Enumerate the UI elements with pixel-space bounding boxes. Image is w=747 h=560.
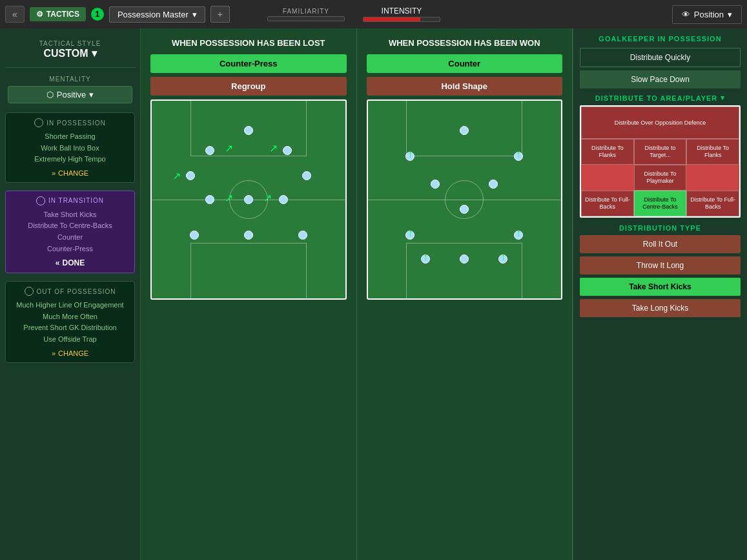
main-layout: TACTICAL STYLE CUSTOM ▾ MENTALITY ⬡ Posi… [0, 28, 747, 560]
shield-icon: ⬡ [46, 90, 54, 99]
player-lost-11 [298, 231, 307, 240]
tactics-label: TACTICS [46, 10, 79, 19]
oop-circle-icon [25, 287, 34, 296]
take-long-kicks-button[interactable]: Take Long Kicks [580, 299, 741, 317]
player-lost-9 [190, 231, 199, 240]
distribute-area-title: DISTRIBUTE TO AREA/PLAYER ▾ [580, 94, 741, 102]
roll-it-out-button[interactable]: Roll It Out [580, 235, 741, 253]
right-panel: GOALKEEPER IN POSSESSION Distribute Quic… [573, 28, 747, 560]
out-of-possession-title: OUT OF POSSESSION [11, 287, 129, 296]
mentality-dropdown-icon: ▾ [89, 90, 94, 99]
goalkeeper-title: GOALKEEPER IN POSSESSION [580, 35, 741, 43]
arrow-lost-2: ↗ [269, 142, 278, 154]
tactical-style-label: TACTICAL STYLE [8, 40, 132, 47]
topbar: « ⚙ TACTICS 1 Possession Master ▾ + FAMI… [0, 0, 747, 28]
add-tactic-button[interactable]: + [210, 6, 230, 23]
dist-row-2b: Distribute To Playmaker [581, 165, 739, 191]
oop-item-4: Use Offside Trap [11, 334, 129, 346]
player-won-6 [460, 205, 469, 214]
arrow-lost-4: ↗ [225, 191, 233, 203]
pitch-box-bottom-lost [190, 243, 307, 298]
intensity-bar [363, 17, 440, 22]
possession-circle-icon [34, 118, 43, 127]
dist-cell-mid-left[interactable]: Distribute To Flanks [581, 139, 634, 165]
in-transition-block: IN TRANSITION Take Short Kicks Distribut… [5, 191, 135, 273]
dist-cell-mid-center-top[interactable]: Distribute to Target... [634, 139, 687, 165]
distribution-type-title: DISTRIBUTION TYPE [580, 224, 741, 232]
intensity-label: INTENSITY [382, 6, 422, 16]
pitch-won: ↑ ↑ ↑ ↑ ↑ ↑ [367, 99, 563, 300]
player-won-5 [489, 180, 498, 189]
chevron-right-icon: » [52, 169, 56, 177]
tactic-name[interactable]: Possession Master ▾ [109, 6, 205, 23]
player-lost-10 [244, 231, 253, 240]
mentality-select[interactable]: ⬡ Positive ▾ [8, 86, 132, 103]
player-won-10 [460, 254, 469, 264]
dist-cell-mid-right[interactable]: Distribute To Flanks [686, 139, 739, 165]
dist-cell-bot-right[interactable]: Distribute To Full-Backs [686, 191, 739, 216]
player-lost-8 [279, 195, 288, 204]
tactical-style-value[interactable]: CUSTOM ▾ [8, 47, 132, 59]
player-lost-2 [205, 146, 214, 155]
eye-icon: 👁 [682, 10, 690, 19]
player-lost-4 [186, 171, 195, 180]
player-lost-7 [244, 195, 253, 204]
out-of-possession-block: OUT OF POSSESSION Much Higher Line Of En… [5, 281, 135, 362]
arrow-lost-3: ↗ [172, 170, 181, 182]
tactics-icon-label: ⚙ TACTICS [30, 7, 86, 21]
dist-cell-bot-left[interactable]: Distribute To Full-Backs [581, 191, 634, 216]
pitch-lost: ↗ ↗ ↗ ↗ ↗ [150, 99, 347, 300]
mentality-section: MENTALITY ⬡ Positive ▾ [0, 70, 140, 109]
arrow-won-3: ↑ [407, 227, 413, 239]
arrow-won-2: ↑ [516, 149, 521, 160]
player-won-1 [460, 126, 469, 135]
in-transition-done-button[interactable]: « DONE [11, 258, 129, 267]
position-dropdown-icon: ▾ [728, 10, 732, 19]
in-transition-item-4: Counter-Press [11, 244, 129, 255]
arrow-lost-5: ↗ [263, 191, 272, 203]
sidebar: TACTICAL STYLE CUSTOM ▾ MENTALITY ⬡ Posi… [0, 28, 141, 560]
dropdown-icon: ▾ [192, 10, 197, 19]
counter-button[interactable]: Counter [367, 54, 563, 73]
dist-cell-bot-center[interactable]: Distribute To Centre-Backs [634, 191, 687, 216]
chevron-left-icon: « [56, 258, 60, 267]
arrow-won-1: ↑ [407, 149, 413, 160]
panels-row: WHEN POSSESSION HAS BEEN LOST Counter-Pr… [141, 28, 747, 560]
dist-row-1: Distribute Over Opposition Defence [581, 107, 739, 139]
arrow-won-5: ↑ [423, 251, 428, 263]
intensity-container: INTENSITY [363, 6, 440, 22]
throw-it-long-button[interactable]: Throw It Long [580, 256, 741, 275]
take-short-kicks-button[interactable]: Take Short Kicks [580, 278, 741, 296]
familiarity-container: FAMILIARITY [267, 8, 345, 21]
oop-item-1: Much Higher Line Of Engagement [11, 300, 129, 311]
arrow-won-6: ↑ [500, 251, 506, 263]
distribute-quickly-button[interactable]: Distribute Quickly [580, 48, 741, 67]
arrow-won-4: ↑ [516, 227, 521, 239]
slow-pace-button[interactable]: Slow Pace Down [580, 70, 741, 88]
back-button[interactable]: « [5, 6, 25, 23]
distribute-grid: Distribute Over Opposition Defence Distr… [580, 105, 741, 218]
dist-cell-mid-center-bottom[interactable]: Distribute To Playmaker [634, 165, 687, 191]
tactics-icon: ⚙ [36, 10, 43, 19]
player-lost-6 [205, 195, 214, 204]
player-lost-5 [302, 171, 311, 180]
dist-cell-top[interactable]: Distribute Over Opposition Defence [581, 107, 739, 139]
possession-won-panel: WHEN POSSESSION HAS BEEN WON Counter Hol… [357, 28, 573, 560]
position-button[interactable]: 👁 Position ▾ [672, 5, 742, 24]
possession-won-title: WHEN POSSESSION HAS BEEN WON [367, 38, 563, 48]
oop-change-button[interactable]: » CHANGE [11, 349, 129, 357]
dist-row-2: Distribute To Flanks Distribute to Targe… [581, 139, 739, 165]
in-possession-item-2: Work Ball Into Box [11, 143, 129, 154]
in-possession-item-3: Extremely High Tempo [11, 154, 129, 165]
in-possession-title: IN POSSESSION [11, 118, 129, 127]
possession-lost-title: WHEN POSSESSION HAS BEEN LOST [150, 38, 347, 48]
counter-press-button[interactable]: Counter-Press [150, 54, 347, 73]
in-possession-change-button[interactable]: » CHANGE [11, 169, 129, 177]
hold-shape-button[interactable]: Hold Shape [367, 77, 563, 96]
player-lost-1 [244, 126, 253, 135]
position-label: Position [694, 10, 724, 19]
arrow-lost-1: ↗ [225, 142, 233, 154]
distribute-dropdown-icon: ▾ [721, 94, 725, 102]
regroup-button[interactable]: Regroup [150, 77, 347, 96]
content-area: WHEN POSSESSION HAS BEEN LOST Counter-Pr… [141, 28, 747, 560]
